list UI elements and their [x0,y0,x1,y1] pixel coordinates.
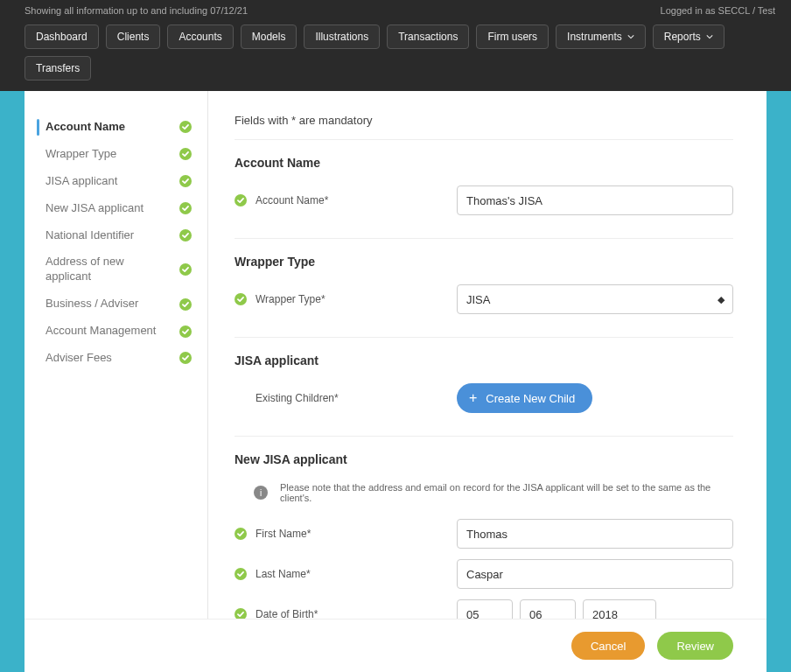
check-icon [234,293,247,305]
section-wrapper-type: Wrapper Type Wrapper Type* JISA ◆ [234,239,733,338]
sidebar-item-wrapper-type[interactable]: Wrapper Type [24,141,207,168]
check-icon [179,175,192,187]
dob-month-input[interactable] [520,599,576,619]
check-icon [234,528,247,540]
wrapper-type-select[interactable]: JISA [457,284,733,314]
check-icon [179,148,192,160]
check-icon [179,263,192,276]
section-heading: JISA applicant [234,354,733,368]
sidebar-item-new-jisa-applicant[interactable]: New JISA applicant [24,195,207,222]
sidebar-item-account-name[interactable]: Account Name [24,114,207,141]
section-new-jisa-applicant: New JISA applicant i Please note that th… [234,437,733,619]
nav-dashboard[interactable]: Dashboard [24,24,99,49]
nav-clients[interactable]: Clients [106,24,161,49]
sidebar-item-address[interactable]: Address of new applicant [24,248,207,290]
login-status-text: Logged in as SECCL / Test [661,5,775,16]
chevron-down-icon [706,33,713,40]
check-icon [234,608,247,619]
sidebar-item-national-identifier[interactable]: National Identifier [24,222,207,249]
section-heading: New JISA applicant [234,452,733,466]
nav-accounts[interactable]: Accounts [167,24,233,49]
check-icon [234,568,247,580]
dob-year-input[interactable] [583,599,656,619]
first-name-input[interactable] [457,519,733,549]
nav-firm-users[interactable]: Firm users [476,24,549,49]
nav-models[interactable]: Models [241,24,298,49]
section-account-name: Account Name Account Name* [234,140,733,239]
existing-children-label: Existing Children* [256,392,448,404]
sidebar-item-business-adviser[interactable]: Business / Adviser [24,290,207,318]
dob-day-input[interactable] [457,599,513,619]
nav-transactions[interactable]: Transactions [387,24,469,49]
check-icon [179,298,192,311]
navbar: Dashboard Clients Accounts Models Illust… [0,16,791,91]
check-icon [234,194,247,206]
dob-label: Date of Birth* [256,608,448,619]
check-icon [179,121,192,133]
account-name-label: Account Name* [256,194,448,206]
nav-reports[interactable]: Reports [653,24,724,49]
sidebar-item-account-management[interactable]: Account Management [24,318,207,345]
create-new-child-button[interactable]: + Create New Child [457,383,592,413]
sidebar-item-jisa-applicant[interactable]: JISA applicant [24,168,207,195]
account-name-input[interactable] [457,186,733,215]
info-text: Please note that the address and email o… [280,482,733,503]
cancel-button[interactable]: Cancel [571,632,645,660]
footer: Cancel Review [24,619,766,672]
last-name-label: Last Name* [256,568,448,580]
last-name-input[interactable] [457,559,733,589]
wrapper-type-label: Wrapper Type* [256,293,448,305]
topbar: Showing all information up to and includ… [0,0,791,16]
check-icon [179,229,192,242]
first-name-label: First Name* [256,528,448,540]
main-form: Fields with * are mandatory Account Name… [208,91,766,619]
sidebar: Account Name Wrapper Type JISA applicant… [24,91,208,619]
nav-instruments[interactable]: Instruments [556,24,646,49]
nav-transfers[interactable]: Transfers [24,56,91,80]
chevron-down-icon [627,33,634,40]
check-icon [179,202,192,214]
check-icon [179,352,192,364]
section-heading: Account Name [234,156,733,170]
sidebar-item-adviser-fees[interactable]: Adviser Fees [24,345,207,372]
plus-icon: + [469,391,477,405]
section-jisa-applicant: JISA applicant Existing Children* + Crea… [234,338,733,437]
check-icon [179,326,192,338]
mandatory-note: Fields with * are mandatory [234,114,733,140]
info-icon: i [254,486,268,500]
section-heading: Wrapper Type [234,255,733,269]
review-button[interactable]: Review [657,632,733,660]
nav-illustrations[interactable]: Illustrations [304,24,380,49]
info-date-text: Showing all information up to and includ… [24,5,248,16]
